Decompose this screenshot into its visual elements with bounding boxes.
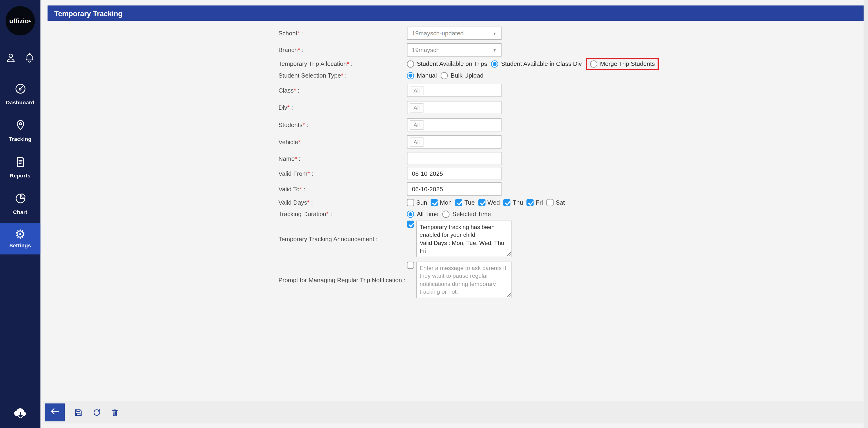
radio-button[interactable] (590, 60, 597, 67)
valid-from-date-input[interactable] (407, 167, 501, 180)
sidebar: uffizio▸ (0, 0, 40, 428)
field-label: Valid From* : (278, 170, 407, 177)
checkbox[interactable] (478, 199, 485, 206)
branch-select[interactable]: 19maysch ▼ (407, 43, 501, 56)
field-label: Vehicle* : (278, 139, 407, 145)
page-title: Temporary Tracking (54, 9, 123, 18)
field-label: Valid To* : (278, 186, 407, 192)
radio-label: Student Available in Class Div (501, 60, 582, 67)
field-label: Prompt for Managing Regular Trip Notific… (278, 277, 407, 283)
radio-label: Student Available on Trips (417, 60, 487, 67)
field-row-announcement: Temporary Tracking Announcement : Tempor… (40, 221, 859, 257)
radio-label: Manual (417, 72, 437, 79)
checkbox[interactable] (526, 199, 534, 206)
valid-day-sun: Sun (407, 199, 427, 206)
chevron-down-icon: ▼ (493, 48, 496, 52)
field-row-students: Students* : All (40, 118, 859, 132)
field-row-class: Class* : All (40, 84, 859, 97)
sidebar-item-settings[interactable]: ⚙ Settings (0, 223, 40, 254)
radio-button[interactable] (491, 60, 498, 67)
div-multiselect[interactable]: All (407, 101, 501, 114)
sidebar-item-label: Tracking (9, 136, 31, 142)
valid-day-sat: Sat (546, 199, 565, 206)
announcement-textarea[interactable]: Temporary tracking has been enabled for … (416, 221, 512, 257)
radio-option-student-available-on-trips: Student Available on Trips (407, 60, 487, 67)
checkbox[interactable] (546, 199, 553, 206)
valid-day-wed: Wed (478, 199, 500, 206)
uffizio-logo[interactable]: uffizio▸ (6, 6, 35, 35)
prompt-textarea[interactable] (416, 262, 512, 298)
radio-button[interactable] (407, 72, 414, 79)
valid-day-mon: Mon (431, 199, 452, 206)
logo-text: uffizio (9, 17, 29, 25)
students-multiselect[interactable]: All (407, 118, 501, 132)
highlight-red-box: Merge Trip Students (586, 58, 659, 69)
sidebar-item-reports[interactable]: Reports (0, 155, 40, 178)
field-row-branch: Branch* : 19maysch ▼ (40, 43, 859, 56)
selected-value: 19maysch (412, 47, 440, 53)
checkbox[interactable] (407, 199, 414, 206)
user-icon[interactable] (5, 52, 17, 66)
radio-button[interactable] (407, 60, 414, 67)
radio-button[interactable] (441, 72, 448, 79)
logo-arrow-icon: ▸ (29, 19, 31, 23)
checkbox-label: Wed (487, 199, 500, 205)
field-label: Class* : (278, 87, 407, 93)
save-button[interactable] (74, 408, 83, 417)
checkbox[interactable] (503, 199, 510, 206)
field-row-selection-type: Student Selection Type* : Manual Bulk Up… (40, 70, 859, 80)
checkbox-label: Fri (536, 199, 543, 205)
radio-label: Selected Time (452, 211, 491, 217)
delete-button[interactable] (110, 408, 120, 417)
temporary-tracking-form: School* : 19maysch-updated ▼ Branch* : 1… (40, 27, 859, 298)
valid-to-date-input[interactable] (407, 182, 501, 196)
field-row-vehicle: Vehicle* : All (40, 135, 859, 149)
radio-label: Bulk Upload (451, 72, 484, 79)
field-row-school: School* : 19maysch-updated ▼ (40, 27, 859, 40)
cloud-download-button[interactable] (0, 404, 40, 423)
checkbox[interactable] (455, 199, 462, 206)
prompt-enable-checkbox[interactable] (407, 262, 414, 269)
field-row-div: Div* : All (40, 101, 859, 114)
page-header: Temporary Tracking (48, 6, 864, 21)
school-select[interactable]: 19maysch-updated ▼ (407, 27, 501, 40)
sidebar-item-chart[interactable]: Chart (0, 192, 40, 215)
dashboard-gauge-icon (13, 82, 27, 97)
field-label: Students* : (278, 121, 407, 128)
valid-day-fri: Fri (526, 199, 543, 206)
radio-label: All Time (417, 211, 439, 217)
field-label: Temporary Trip Allocation* : (278, 60, 407, 67)
app: uffizio▸ (0, 0, 868, 428)
sidebar-item-dashboard[interactable]: Dashboard (0, 82, 40, 105)
sidebar-item-label: Reports (10, 172, 30, 178)
chart-pie-icon (13, 192, 27, 207)
reset-button[interactable] (92, 408, 101, 417)
chevron-down-icon: ▼ (493, 32, 496, 36)
back-button[interactable] (45, 404, 65, 422)
checkbox[interactable] (431, 199, 438, 206)
radio-button[interactable] (442, 210, 450, 218)
vertical-scrollbar[interactable] (864, 0, 868, 428)
class-multiselect[interactable]: All (407, 84, 501, 97)
name-input[interactable] (407, 152, 501, 165)
radio-label: Merge Trip Students (600, 60, 655, 67)
selected-tag: All (410, 120, 424, 130)
field-row-name: Name* : (40, 152, 859, 165)
announcement-enable-checkbox[interactable] (407, 221, 414, 228)
sidebar-item-tracking[interactable]: Tracking (0, 119, 40, 142)
radio-option-bulk-upload: Bulk Upload (441, 72, 484, 79)
field-label: School* : (278, 30, 407, 36)
vehicle-multiselect[interactable]: All (407, 135, 501, 149)
valid-day-tue: Tue (455, 199, 475, 206)
field-label: Name* : (278, 155, 407, 162)
radio-button[interactable] (407, 210, 414, 218)
field-row-tracking-duration: Tracking Duration* : All Time Selected T… (40, 209, 859, 219)
sidebar-item-label: Chart (13, 209, 27, 215)
radio-option-merge-trip-students: Merge Trip Students (590, 60, 655, 67)
notifications-bell-icon[interactable] (24, 52, 36, 66)
field-row-prompt: Prompt for Managing Regular Trip Notific… (40, 262, 859, 298)
sidebar-item-label: Dashboard (6, 99, 34, 105)
main-content: Temporary Tracking School* : 19maysch-up… (40, 0, 868, 428)
field-label: Tracking Duration* : (278, 211, 407, 217)
field-row-valid-days: Valid Days* : Sun Mon Tue (40, 198, 859, 207)
